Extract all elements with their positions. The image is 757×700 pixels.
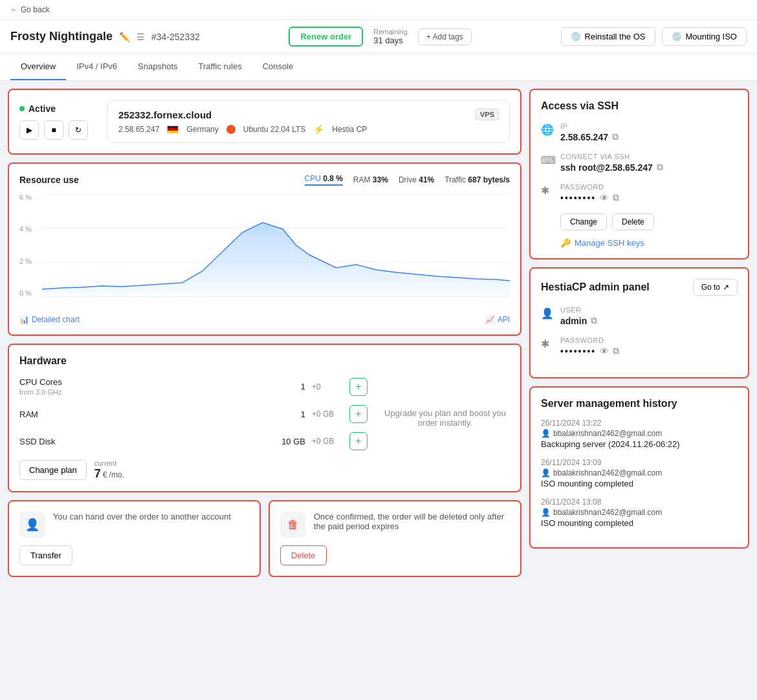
tab-bar: Overview IPv4 / IPv6 Snapshots Traffic r…: [0, 54, 757, 81]
reinstall-os-button[interactable]: 💿 Reinstall the OS: [561, 27, 655, 46]
hestia-pass-icon: ✱: [541, 338, 554, 350]
goto-button[interactable]: Go to ↗: [693, 279, 738, 296]
stop-button[interactable]: ■: [44, 120, 63, 140]
status-dot: [19, 106, 25, 111]
resource-card: Resource use CPU 0.8 % RAM 33% Drive 41%…: [8, 162, 521, 336]
hestia-title: HestiaCP admin panel: [541, 281, 650, 293]
delete-button[interactable]: Delete: [280, 545, 327, 565]
status-label: Active: [28, 104, 56, 114]
upgrade-text: Upgrade you plan and boost you order ins…: [380, 408, 510, 428]
hardware-card: Hardware CPU Cores from 3.0 GHz 1 +0 +: [8, 344, 521, 492]
remaining-info: Remaining 31 days: [373, 28, 408, 45]
history-title: Server management history: [541, 398, 738, 410]
ram-tab[interactable]: RAM 33%: [353, 175, 388, 184]
ram-add-button[interactable]: +: [349, 405, 368, 423]
drive-tab[interactable]: Drive 41%: [399, 175, 434, 184]
user-icon-2: 👤: [541, 468, 551, 477]
ssh-title: Access via SSH: [541, 100, 738, 112]
key-icon: 🔑: [560, 238, 571, 248]
restart-button[interactable]: ↻: [69, 120, 88, 140]
ram-row: RAM 1 +0 GB +: [19, 405, 368, 423]
api-link[interactable]: 📈 API: [485, 315, 510, 324]
api-icon: 📈: [485, 315, 495, 324]
chart-icon: 📊: [19, 315, 29, 324]
globe-icon: 🌐: [541, 124, 554, 136]
cpu-tab[interactable]: CPU 0.8 %: [305, 174, 343, 186]
copy-password-button[interactable]: ⧉: [613, 192, 619, 203]
hardware-title: Hardware: [19, 355, 368, 367]
ubuntu-icon: [226, 125, 236, 134]
hestia-show-password-icon[interactable]: 👁: [600, 346, 609, 356]
tab-traffic[interactable]: Traffic rules: [188, 54, 252, 80]
server-hostname: 252332.fornex.cloud: [118, 109, 212, 120]
show-password-icon[interactable]: 👁: [600, 193, 609, 203]
server-ip: 2.58.65.247: [118, 125, 159, 134]
panel-icon: ⚡: [313, 124, 324, 135]
order-id: #34-252332: [151, 32, 200, 42]
cpu-chart: [42, 193, 510, 297]
server-name: Frosty Nightingale: [10, 30, 113, 43]
hestia-user: admin: [560, 316, 587, 326]
traffic-tab[interactable]: Traffic 687 bytes/s: [444, 175, 510, 184]
country-flag: [167, 126, 179, 133]
history-card: Server management history 26/11/2024 13:…: [529, 386, 749, 549]
user-icon: 👤: [541, 307, 554, 320]
country-label: Germany: [186, 125, 218, 134]
transfer-card: 👤 You can hand over the order to another…: [8, 500, 261, 577]
password-icon: ✱: [541, 184, 554, 197]
edit-icon[interactable]: ✏️: [119, 32, 130, 42]
tab-overview[interactable]: Overview: [10, 54, 66, 80]
vps-badge: VPS: [476, 109, 499, 120]
add-tags-button[interactable]: + Add tags: [418, 28, 472, 45]
copy-ip-button[interactable]: ⧉: [612, 131, 619, 142]
delete-password-button[interactable]: Delete: [612, 213, 654, 230]
ssh-card: Access via SSH 🌐 IP 2.58.65.247 ⧉ ⌨: [529, 89, 749, 259]
transfer-icon: 👤: [19, 512, 45, 538]
history-item: 26/11/2024 13:08 👤 bbalakrishnan2462@gma…: [541, 498, 738, 528]
tab-console[interactable]: Console: [252, 54, 304, 80]
transfer-text: You can hand over the order to another a…: [53, 512, 231, 521]
list-icon[interactable]: ☰: [137, 32, 145, 42]
transfer-button[interactable]: Transfer: [19, 545, 72, 565]
reinstall-icon: 💿: [571, 32, 581, 41]
tab-ipv4[interactable]: IPv4 / IPv6: [66, 54, 127, 80]
ssh-password: ••••••••: [560, 193, 596, 203]
mounting-iso-button[interactable]: 💿 Mounting ISO: [662, 27, 747, 46]
ssh-ip-value: 2.58.65.247: [560, 132, 608, 142]
renew-order-button[interactable]: Renew order: [289, 27, 363, 47]
ssd-add-button[interactable]: +: [349, 432, 368, 450]
chart-y-labels: 6 % 4 % 2 % 0 %: [19, 193, 42, 297]
delete-text: Once confirmed, the order will be delete…: [314, 512, 510, 531]
detailed-chart-link[interactable]: 📊 Detailed chart: [19, 315, 80, 324]
terminal-icon: ⌨: [541, 154, 554, 166]
delete-card: 🗑 Once confirmed, the order will be dele…: [269, 500, 521, 577]
ssd-row: SSD Disk 10 GB +0 GB +: [19, 432, 368, 450]
manage-ssh-keys-link[interactable]: 🔑 Manage SSH keys: [560, 238, 738, 248]
price-unit: €: [103, 470, 107, 479]
copy-user-button[interactable]: ⧉: [591, 315, 597, 326]
panel-label: Hestia CP: [332, 125, 367, 134]
change-password-button[interactable]: Change: [560, 213, 607, 230]
history-item: 26/11/2024 13:22 👤 bbalakrishnan2462@gma…: [541, 419, 738, 449]
hestia-card: HestiaCP admin panel Go to ↗ 👤 USER admi…: [529, 267, 749, 378]
change-plan-button[interactable]: Change plan: [19, 460, 87, 480]
cpu-row: CPU Cores from 3.0 GHz 1 +0 +: [19, 377, 368, 396]
history-item: 26/11/2024 13:09 👤 bbalakrishnan2462@gma…: [541, 458, 738, 488]
status-card: Active ▶ ■ ↻ 252332.fornex.cloud VPS: [8, 89, 521, 155]
copy-hestia-password-button[interactable]: ⧉: [613, 345, 619, 356]
copy-ssh-button[interactable]: ⧉: [657, 162, 663, 173]
external-link-icon: ↗: [723, 283, 729, 292]
cpu-add-button[interactable]: +: [349, 378, 368, 396]
price-period: /mo.: [109, 470, 124, 479]
delete-icon: 🗑: [280, 512, 306, 538]
tab-snapshots[interactable]: Snapshots: [127, 54, 188, 80]
user-icon-3: 👤: [541, 508, 551, 517]
back-button[interactable]: Go back: [10, 5, 50, 14]
os-label: Ubuntu 22.04 LTS: [243, 125, 306, 134]
mounting-icon: 💿: [672, 32, 682, 41]
resource-title: Resource use: [19, 175, 79, 185]
ssh-command: ssh root@2.58.65.247: [560, 162, 653, 173]
user-icon-1: 👤: [541, 429, 551, 438]
resource-tabs: CPU 0.8 % RAM 33% Drive 41% Traffic 687 …: [305, 174, 510, 186]
play-button[interactable]: ▶: [19, 120, 39, 140]
